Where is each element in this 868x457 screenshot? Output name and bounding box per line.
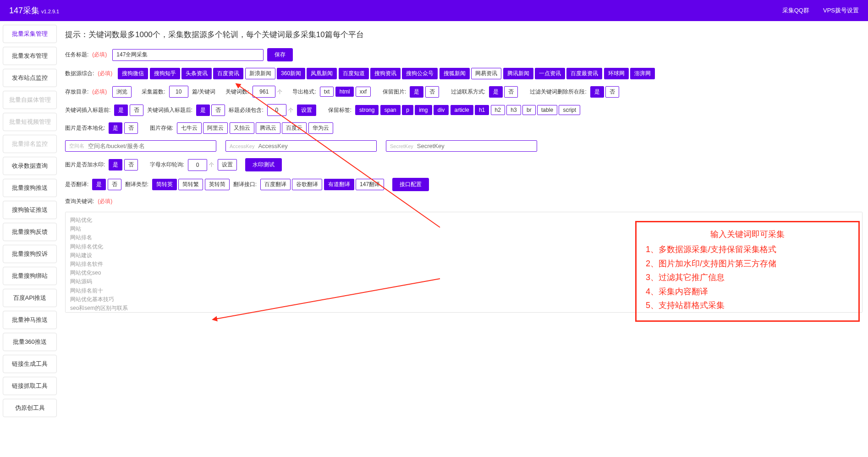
sidebar-item[interactable]: 链接抓取工具 [3,377,57,395]
save-button[interactable]: 保存 [267,48,293,61]
data-source-tag[interactable]: 凤凰新闻 [307,68,337,79]
sidebar-item[interactable]: 批量采集管理 [3,25,57,43]
keyword-count-input[interactable] [253,86,275,98]
export-format-tag[interactable]: txt [320,87,334,97]
sidebar-item[interactable]: 搜狗验证推送 [3,201,57,219]
data-source-tag[interactable]: 百度知道 [339,68,369,79]
keep-html-tag[interactable]: span [380,105,401,115]
data-source-tag[interactable]: 搜狗知乎 [150,68,180,79]
data-source-tag[interactable]: 腾讯新闻 [503,68,533,79]
watermark-test-button[interactable]: 水印测试 [245,158,282,171]
keep-html-tag[interactable]: div [434,105,449,115]
kw-insert-before-tag[interactable]: 否 [130,105,143,116]
filter-keyword-tag[interactable]: 否 [605,86,619,98]
translate-tag[interactable]: 是 [92,179,106,190]
data-source-tag[interactable]: 搜狐新闻 [439,68,470,79]
sidebar-item[interactable]: 批量搜狗推送 [3,179,57,197]
main-content: 提示：关键词数最多1000个，采集数据源多个轮训，每个关键词最多采集10篇每个平… [60,21,868,424]
data-source-tag[interactable]: 百度最资讯 [566,68,602,79]
sidebar-item[interactable]: 批量搜狗投诉 [3,245,57,263]
img-store-tag[interactable]: 阿里云 [203,122,228,134]
row-kw-query-label: 查询关键词: (必填) [65,198,863,205]
translate-type-tag[interactable]: 英转简 [205,179,230,190]
keep-html-tag[interactable]: table [537,105,557,115]
data-source-tag[interactable]: 澎湃网 [630,68,655,79]
data-source-tag[interactable]: 百度资讯 [213,68,243,79]
translate-tag[interactable]: 否 [108,179,121,190]
keep-html-tag[interactable]: h2 [491,105,505,115]
watermark-tag[interactable]: 是 [109,159,122,171]
data-source-tag[interactable]: 360新闻 [277,68,305,79]
translate-api-tag[interactable]: 谷歌翻译 [292,179,322,190]
keep-html-tag[interactable]: h1 [475,105,489,115]
img-store-tag[interactable]: 华为云 [308,122,333,134]
sidebar-item: 批量自媒体管理 [3,91,57,109]
keep-html-tag[interactable]: article [450,105,473,115]
collect-count-input[interactable] [169,86,188,98]
keep-html-tag[interactable]: script [559,105,580,115]
row-data-sources: 数据源综合: (必填) 搜狗微信 搜狗知乎 头条资讯 百度资讯 新浪新闻 360… [65,68,863,79]
data-source-tag[interactable]: 头条资讯 [181,68,212,79]
space-name-field[interactable]: 空间名 [65,140,216,152]
sidebar-item[interactable]: 批量搜狗绑站 [3,267,57,285]
sidebar-item[interactable]: 批量神马推送 [3,311,57,329]
must-include-setting-button[interactable]: 设置 [297,105,316,116]
kw-insert-after-tag[interactable]: 否 [211,105,225,116]
keep-image-tag[interactable]: 是 [410,86,423,98]
kw-insert-before-tag[interactable]: 是 [114,105,128,116]
sidebar-item[interactable]: 批量360推送 [3,333,57,351]
keep-html-tag[interactable]: br [522,105,536,115]
img-store-tag[interactable]: 百度云 [282,122,307,134]
secret-key-field[interactable]: SecretKey [386,140,537,152]
task-title-input[interactable] [112,49,264,61]
data-source-tag[interactable]: 搜狗微信 [118,68,148,79]
watermark-setting-button[interactable]: 设置 [218,159,237,171]
keep-html-tag[interactable]: strong [355,105,379,115]
browse-button[interactable]: 浏览 [112,86,132,98]
link-qq-group[interactable]: 采集QQ群 [782,6,809,15]
data-source-tag[interactable]: 搜狗公众号 [402,68,438,79]
keep-image-tag[interactable]: 否 [425,86,439,98]
translate-api-tag[interactable]: 百度翻译 [260,179,291,190]
data-source-tag[interactable]: 网易资讯 [471,68,501,79]
img-store-tag[interactable]: 腾讯云 [256,122,280,134]
sidebar-item[interactable]: 链接生成工具 [3,355,57,373]
export-format-tag[interactable]: html [335,87,354,97]
sidebar-item[interactable]: 批量搜狗反馈 [3,223,57,241]
translate-type-tag[interactable]: 简转英 [152,179,177,190]
access-key-field[interactable]: AccessKey [225,140,377,152]
filter-keyword-tag[interactable]: 是 [590,86,604,98]
keep-html-tag[interactable]: p [402,105,413,115]
data-source-tag[interactable]: 一点资讯 [535,68,565,79]
data-source-tag[interactable]: 环球网 [604,68,629,79]
annotation-callout: 输入关键词即可采集 1、多数据源采集/支持保留采集格式 2、图片加水印/支持图片… [635,221,860,322]
app-header: 147采集v1.2.9.1 采集QQ群 VPS拨号设置 [0,0,868,21]
filter-contact-tag[interactable]: 否 [504,86,518,98]
img-local-tag[interactable]: 是 [109,122,122,134]
sidebar-item[interactable]: 百度API推送 [3,289,57,307]
keep-html-tag[interactable]: img [415,105,432,115]
sidebar-item[interactable]: 收录数据查询 [3,157,57,175]
sidebar-item[interactable]: 伪原创工具 [3,399,57,417]
row-task-title: 任务标题: (必填) 保存 [65,48,863,61]
translate-api-config-button[interactable]: 接口配置 [392,178,429,191]
filter-contact-tag[interactable]: 是 [489,86,503,98]
translate-api-tag[interactable]: 有道翻译 [324,179,354,190]
sidebar-item[interactable]: 发布站点监控 [3,69,57,87]
kw-insert-after-tag[interactable]: 是 [196,105,210,116]
data-source-tag[interactable]: 搜狗资讯 [370,68,401,79]
translate-api-tag[interactable]: 147翻译 [356,179,384,190]
keep-html-tag[interactable]: h3 [506,105,521,115]
img-store-tag[interactable]: 又拍云 [230,122,254,134]
img-store-tag[interactable]: 七牛云 [177,122,202,134]
watermark-tag[interactable]: 否 [124,159,138,171]
export-format-tag[interactable]: xxf [356,87,371,97]
sidebar-item[interactable]: 批量发布管理 [3,47,57,65]
sidebar-item: 批量排名监控 [3,135,57,153]
must-include-input[interactable] [267,104,286,116]
img-local-tag[interactable]: 否 [124,122,138,134]
translate-type-tag[interactable]: 简转繁 [178,179,203,190]
watermark-repeat-input[interactable] [188,159,207,171]
link-vps-settings[interactable]: VPS拨号设置 [823,6,859,15]
data-source-tag[interactable]: 新浪新闻 [245,68,275,79]
